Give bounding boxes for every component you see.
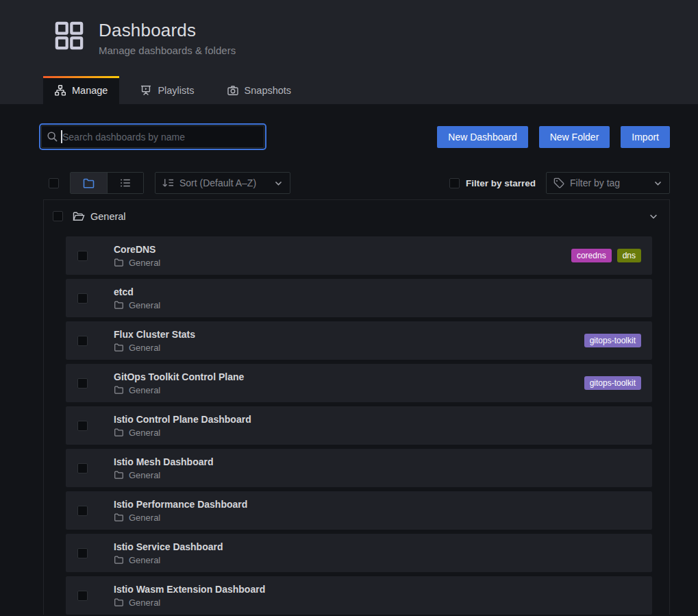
folder-checkbox[interactable] (53, 211, 63, 221)
page-subtitle: Manage dashboards & folders (99, 45, 236, 56)
dashboard-folder: General (114, 258, 571, 268)
dashboard-title: Istio Mesh Dashboard (114, 456, 641, 467)
chevron-down-icon[interactable] (649, 212, 658, 221)
folder-icon (114, 300, 124, 310)
sitemap-icon (55, 85, 66, 96)
apps-icon (55, 21, 84, 50)
tag-filter-dropdown[interactable]: Filter by tag (546, 172, 670, 194)
import-button[interactable]: Import (621, 126, 670, 148)
folder-icon (114, 513, 124, 522)
dashboard-row[interactable]: Istio Wasm Extension Dashboard General (66, 576, 652, 615)
folder-view-button[interactable] (71, 173, 107, 193)
dashboard-folder: General (114, 555, 641, 565)
text-caret (61, 130, 62, 143)
tag-list: corednsdns (571, 249, 652, 262)
list-view-button[interactable] (107, 173, 143, 193)
tag-icon (553, 177, 564, 188)
dashboard-folder: General (114, 300, 641, 310)
folder-icon (114, 428, 124, 437)
folder-section: General CoreDNS General corednsdns etcd (43, 199, 670, 615)
folder-icon (114, 385, 124, 395)
dashboard-title: Flux Cluster Stats (114, 329, 584, 340)
tag-list: gitops-toolkit (584, 334, 652, 347)
folder-label: General (129, 597, 160, 608)
row-checkbox[interactable] (77, 591, 88, 601)
folder-label: General (129, 428, 160, 438)
folder-icon (114, 470, 124, 480)
dashboard-row[interactable]: Istio Service Dashboard General (66, 534, 652, 572)
row-checkbox[interactable] (77, 336, 88, 346)
filter-left: Sort (Default A–Z) (49, 172, 290, 194)
list-icon (120, 177, 131, 188)
search-input[interactable] (41, 125, 264, 148)
dashboard-row[interactable]: CoreDNS General corednsdns (66, 236, 652, 275)
dashboard-row[interactable]: Istio Performance Dashboard General (66, 491, 652, 530)
presentation-icon (140, 85, 151, 96)
row-checkbox[interactable] (77, 378, 88, 389)
dashboard-folder: General (114, 343, 584, 353)
dashboard-title: Istio Control Plane Dashboard (114, 414, 641, 425)
row-checkbox[interactable] (77, 251, 88, 261)
dashboard-folder: General (114, 597, 641, 608)
sort-label: Sort (Default A–Z) (179, 177, 256, 188)
folder-name: General (90, 211, 126, 222)
tab-label: Playlists (158, 85, 194, 96)
row-body: Istio Performance Dashboard General (114, 499, 641, 523)
folder-label: General (129, 470, 160, 480)
new-dashboard-button[interactable]: New Dashboard (437, 126, 527, 148)
dashboard-row[interactable]: Istio Control Plane Dashboard General (66, 406, 652, 445)
new-folder-button[interactable]: New Folder (539, 126, 610, 148)
page-header: Dashboards Manage dashboards & folders M… (0, 0, 698, 104)
tag-filter-placeholder: Filter by tag (570, 177, 620, 188)
tab-manage[interactable]: Manage (43, 76, 119, 104)
filter-right: Filter by starred Filter by tag (449, 172, 670, 194)
search-icon (47, 131, 58, 143)
chevron-down-icon (274, 179, 283, 188)
dashboard-folder: General (114, 513, 641, 523)
row-body: etcd General (114, 286, 641, 310)
starred-label[interactable]: Filter by starred (466, 178, 536, 188)
row-checkbox[interactable] (77, 463, 88, 473)
dashboard-row[interactable]: etcd General (66, 279, 652, 317)
tab-label: Snapshots (245, 85, 292, 96)
starred-checkbox[interactable] (449, 178, 460, 188)
actions-row: New Dashboard New Folder Import (41, 125, 670, 148)
dashboard-list: CoreDNS General corednsdns etcd (44, 232, 669, 615)
dashboard-title: Istio Wasm Extension Dashboard (114, 584, 641, 595)
sort-dropdown[interactable]: Sort (Default A–Z) (155, 172, 290, 194)
tab-snapshots[interactable]: Snapshots (216, 76, 303, 104)
row-checkbox[interactable] (77, 293, 88, 304)
dashboard-folder: General (114, 385, 584, 395)
row-body: GitOps Toolkit Control Plane General (114, 371, 584, 395)
tag[interactable]: dns (617, 249, 641, 262)
tab-playlists[interactable]: Playlists (129, 76, 205, 104)
view-toggle (70, 172, 144, 194)
sort-icon (162, 178, 174, 188)
row-body: Istio Wasm Extension Dashboard General (114, 584, 641, 608)
select-all-checkbox[interactable] (49, 178, 59, 188)
folder-icon (114, 555, 124, 565)
row-body: Istio Mesh Dashboard General (114, 456, 641, 480)
folder-label: General (129, 555, 160, 565)
folder-icon (83, 177, 95, 189)
row-body: CoreDNS General (114, 244, 571, 268)
row-checkbox[interactable] (77, 421, 88, 431)
search-wrap (41, 125, 264, 148)
dashboard-row[interactable]: Istio Mesh Dashboard General (66, 449, 652, 487)
dashboard-row[interactable]: GitOps Toolkit Control Plane General git… (66, 364, 652, 402)
tag[interactable]: gitops-toolkit (584, 376, 641, 390)
page-title: Dashboards (99, 20, 236, 41)
folder-label: General (129, 513, 160, 523)
tag[interactable]: gitops-toolkit (584, 334, 641, 347)
tag[interactable]: coredns (571, 249, 612, 262)
row-checkbox[interactable] (77, 548, 88, 558)
folder-label: General (129, 385, 160, 395)
folder-label: General (129, 343, 160, 353)
folder-header[interactable]: General (44, 200, 669, 232)
dashboard-title: CoreDNS (114, 244, 571, 255)
main-content: New Dashboard New Folder Import (0, 125, 698, 615)
chevron-down-icon (653, 179, 662, 188)
tab-bar: Manage Playlists Snapshots (43, 76, 303, 104)
row-checkbox[interactable] (77, 506, 88, 516)
dashboard-row[interactable]: Flux Cluster Stats General gitops-toolki… (66, 321, 652, 360)
